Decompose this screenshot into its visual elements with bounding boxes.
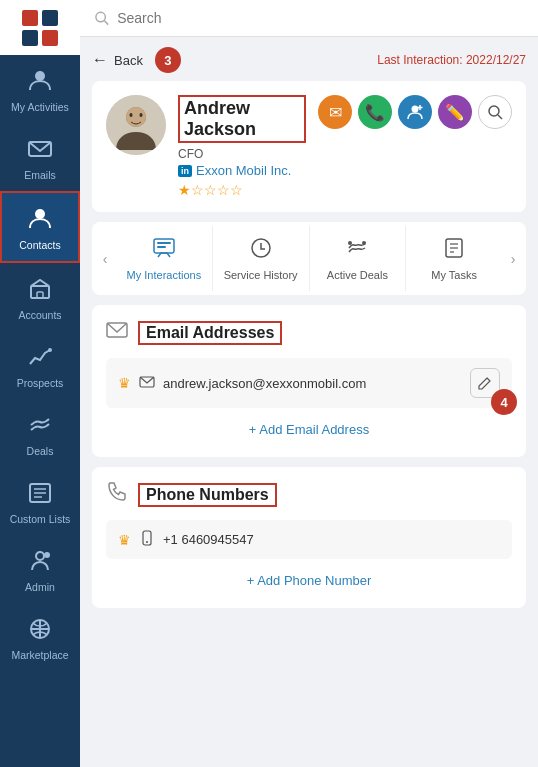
email-type-icon (139, 374, 155, 393)
avatar (106, 95, 166, 155)
email-addresses-section: Email Addresses ♛ andrew.jackson@xexxonm… (92, 305, 526, 457)
sidebar-item-admin[interactable]: Admin (0, 535, 80, 603)
sidebar-item-activities[interactable]: My Activities (0, 55, 80, 123)
svg-rect-0 (22, 10, 38, 26)
contact-title: CFO (178, 147, 306, 161)
content-area: ← Back 3 Last Interaction: 2022/12/27 (80, 37, 538, 767)
svg-point-19 (96, 12, 105, 21)
phone-type-icon (139, 530, 155, 549)
contacts-icon (24, 203, 56, 235)
phone-section-header: Phone Numbers (106, 481, 512, 508)
emails-icon (24, 133, 56, 165)
email-section-icon (106, 319, 128, 346)
phone-crown-icon: ♛ (118, 532, 131, 548)
tab-my-interactions[interactable]: My Interactions (116, 226, 213, 291)
marketplace-icon (24, 613, 56, 645)
phone-section-icon (106, 481, 128, 508)
sidebar-item-accounts[interactable]: Accounts (0, 263, 80, 331)
sidebar-label-deals: Deals (27, 445, 54, 457)
svg-point-11 (48, 348, 52, 352)
tabs-section: ‹ My Interactions Service History (92, 222, 526, 295)
crown-icon: ♛ (118, 375, 131, 391)
contact-company: in Exxon Mobil Inc. (178, 163, 306, 178)
sidebar-item-prospects[interactable]: Prospects (0, 331, 80, 399)
svg-rect-3 (42, 30, 58, 46)
sidebar-label-emails: Emails (24, 169, 56, 181)
tabs-left-arrow[interactable]: ‹ (94, 251, 116, 267)
svg-rect-33 (157, 246, 166, 248)
edit-email-button[interactable]: 4 (470, 368, 500, 398)
my-interactions-icon (152, 236, 176, 265)
svg-point-16 (36, 552, 44, 560)
tab-my-tasks[interactable]: My Tasks (406, 226, 502, 291)
tabs-container: My Interactions Service History Active D… (116, 226, 502, 291)
logo (0, 0, 80, 55)
svg-rect-2 (22, 30, 38, 46)
sidebar-label-marketplace: Marketplace (11, 649, 68, 661)
tab-service-history[interactable]: Service History (213, 226, 310, 291)
svg-point-29 (489, 106, 499, 116)
my-tasks-icon (442, 236, 466, 265)
add-email-link[interactable]: + Add Email Address (106, 416, 512, 443)
activities-icon (24, 65, 56, 97)
add-contact-button[interactable] (398, 95, 432, 129)
sidebar-item-contacts[interactable]: Contacts (0, 191, 80, 263)
badge-3: 3 (155, 47, 181, 73)
svg-rect-32 (157, 242, 171, 244)
sidebar-label-accounts: Accounts (18, 309, 61, 321)
email-action-button[interactable]: ✉ (318, 95, 352, 129)
phone-numbers-section: Phone Numbers ♛ +1 6460945547 + Add Phon… (92, 467, 526, 608)
phone-action-button[interactable]: 📞 (358, 95, 392, 129)
deals-icon (24, 409, 56, 441)
back-arrow-icon: ← (92, 51, 108, 69)
prospects-icon (24, 341, 56, 373)
custom-lists-icon (24, 477, 56, 509)
svg-point-35 (348, 241, 352, 245)
svg-point-26 (412, 106, 419, 113)
sidebar-label-prospects: Prospects (17, 377, 64, 389)
contact-stars: ★☆☆☆☆ (178, 182, 306, 198)
svg-point-25 (140, 113, 143, 117)
contact-card: Andrew Jackson CFO in Exxon Mobil Inc. ★… (92, 81, 526, 212)
svg-line-20 (104, 21, 108, 25)
tab-label-my-interactions: My Interactions (127, 269, 202, 281)
email-section-title: Email Addresses (138, 321, 282, 345)
edit-contact-button[interactable]: ✏️ (438, 95, 472, 129)
main-content: ← Back 3 Last Interaction: 2022/12/27 (80, 0, 538, 767)
contact-name: Andrew Jackson (178, 95, 306, 143)
sidebar-item-marketplace[interactable]: Marketplace (0, 603, 80, 671)
sidebar-label-custom-lists: Custom Lists (10, 513, 71, 525)
badge-4: 4 (491, 389, 517, 415)
svg-point-44 (146, 541, 148, 543)
back-bar: ← Back 3 Last Interaction: 2022/12/27 (92, 47, 526, 73)
sidebar-item-deals[interactable]: Deals (0, 399, 80, 467)
active-deals-icon (345, 236, 369, 265)
sidebar-item-custom-lists[interactable]: Custom Lists (0, 467, 80, 535)
contact-actions: ✉ 📞 ✏️ (318, 95, 512, 129)
tab-label-service-history: Service History (224, 269, 298, 281)
email-section-header: Email Addresses (106, 319, 512, 346)
email-item: ♛ andrew.jackson@xexxonmobil.com 4 (106, 358, 512, 408)
add-phone-link[interactable]: + Add Phone Number (106, 567, 512, 594)
svg-point-17 (44, 552, 50, 558)
svg-point-24 (130, 113, 133, 117)
service-history-icon (249, 236, 273, 265)
linkedin-badge: in (178, 165, 192, 177)
admin-icon (24, 545, 56, 577)
sidebar-label-admin: Admin (25, 581, 55, 593)
tab-label-active-deals: Active Deals (327, 269, 388, 281)
tabs-right-arrow[interactable]: › (502, 251, 524, 267)
svg-point-36 (362, 241, 366, 245)
accounts-icon (24, 273, 56, 305)
tab-active-deals[interactable]: Active Deals (310, 226, 407, 291)
svg-point-8 (35, 209, 45, 219)
phone-section-title: Phone Numbers (138, 483, 277, 507)
sidebar-item-emails[interactable]: Emails (0, 123, 80, 191)
search-contact-button[interactable] (478, 95, 512, 129)
email-value: andrew.jackson@xexxonmobil.com (163, 376, 462, 391)
search-input[interactable] (117, 10, 524, 26)
sidebar-label-activities: My Activities (11, 101, 69, 113)
sidebar: My Activities Emails Contacts Accounts P… (0, 0, 80, 767)
contact-info: Andrew Jackson CFO in Exxon Mobil Inc. ★… (178, 95, 306, 198)
back-button[interactable]: ← Back (92, 51, 143, 69)
